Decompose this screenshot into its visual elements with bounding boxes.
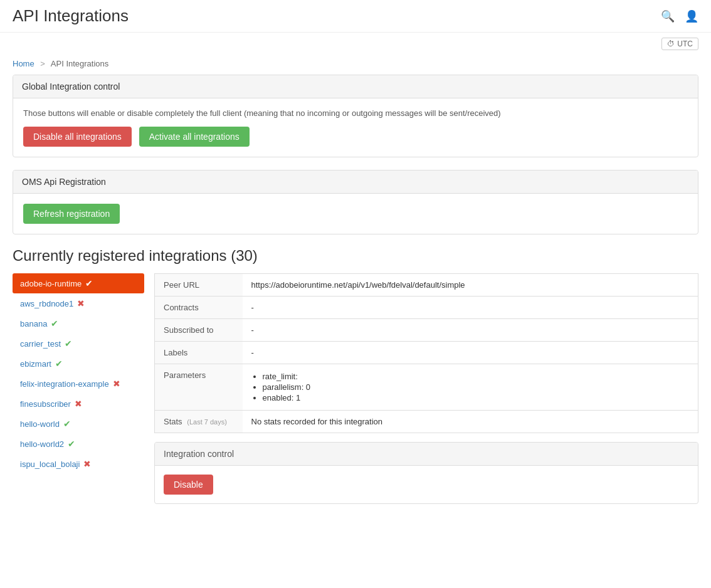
stats-label: Stats (Last 7 days) — [155, 411, 243, 433]
parameter-item: enabled: 1 — [263, 393, 690, 402]
utc-row: ⏱ UTC — [0, 33, 711, 50]
integrations-layout: adobe-io-runtime✔aws_rbdnode1✖banana✔car… — [13, 273, 698, 504]
check-icon: ✔ — [51, 318, 58, 328]
list-item[interactable]: aws_rbdnode1✖ — [13, 293, 144, 313]
check-icon: ✔ — [63, 419, 71, 429]
integration-name: felix-integration-example — [20, 379, 109, 389]
header-icons: 🔍 👤 — [661, 9, 698, 23]
check-icon: ✔ — [68, 439, 75, 449]
stats-sublabel: (Last 7 days) — [187, 418, 227, 426]
parameters-value: rate_limit:parallelism: 0enabled: 1 — [243, 364, 698, 411]
utc-label: UTC — [677, 39, 693, 48]
integrations-list: adobe-io-runtime✔aws_rbdnode1✖banana✔car… — [13, 273, 144, 504]
integration-name: hello-world — [20, 419, 60, 429]
page-title: API Integrations — [13, 6, 129, 26]
list-item[interactable]: felix-integration-example✖ — [13, 374, 144, 394]
parameter-item: rate_limit: — [263, 372, 690, 381]
integration-name: carrier_test — [20, 339, 61, 349]
list-item[interactable]: carrier_test✔ — [13, 333, 144, 354]
global-integration-header: Global Integration control — [13, 75, 698, 98]
integration-name: adobe-io-runtime — [20, 279, 82, 288]
labels-row: Labels - — [155, 342, 698, 364]
global-integration-body: Those buttons will enable or disable com… — [13, 98, 698, 157]
user-icon[interactable]: 👤 — [685, 9, 698, 23]
list-item[interactable]: ebizmart✔ — [13, 354, 144, 374]
x-icon: ✖ — [83, 459, 91, 469]
integration-name: aws_rbdnode1 — [20, 299, 73, 308]
parameters-label: Parameters — [155, 364, 243, 411]
subscribed-to-label: Subscribed to — [155, 319, 243, 342]
contracts-row: Contracts - — [155, 297, 698, 319]
stats-value: No stats recorded for this integration — [243, 411, 698, 433]
x-icon: ✖ — [113, 379, 120, 389]
breadcrumb-current: API Integrations — [51, 59, 109, 68]
integration-name: ebizmart — [20, 359, 51, 369]
list-item[interactable]: adobe-io-runtime✔ — [13, 273, 144, 293]
list-item[interactable]: finesubscriber✖ — [13, 394, 144, 414]
x-icon: ✖ — [77, 298, 85, 308]
clock-icon: ⏱ — [667, 39, 675, 48]
oms-registration-card: OMS Api Registration Refresh registratio… — [13, 170, 698, 234]
contracts-label: Contracts — [155, 297, 243, 319]
list-item[interactable]: banana✔ — [13, 313, 144, 333]
breadcrumb-home[interactable]: Home — [13, 59, 34, 68]
peer-url-label: Peer URL — [155, 274, 243, 297]
utc-badge: ⏱ UTC — [661, 38, 698, 50]
main-content: Global Integration control Those buttons… — [0, 75, 711, 517]
x-icon: ✖ — [75, 399, 82, 409]
integration-control-body: Disable — [155, 466, 698, 503]
registered-integrations-title: Currently registered integrations (30) — [13, 247, 698, 265]
parameter-item: parallelism: 0 — [263, 382, 690, 392]
check-icon: ✔ — [85, 278, 93, 288]
oms-registration-header: OMS Api Registration — [13, 171, 698, 194]
parameters-row: Parameters rate_limit:parallelism: 0enab… — [155, 364, 698, 411]
stats-row: Stats (Last 7 days) No stats recorded fo… — [155, 411, 698, 433]
detail-table: Peer URL https://adobeioruntime.net/api/… — [154, 273, 698, 433]
labels-value: - — [243, 342, 698, 364]
peer-url-row: Peer URL https://adobeioruntime.net/api/… — [155, 274, 698, 297]
subscribed-to-row: Subscribed to - — [155, 319, 698, 342]
subscribed-to-value: - — [243, 319, 698, 342]
refresh-registration-button[interactable]: Refresh registration — [23, 204, 120, 224]
oms-registration-body: Refresh registration — [13, 194, 698, 234]
integration-name: ispu_local_bolaji — [20, 459, 80, 469]
list-item[interactable]: ispu_local_bolaji✖ — [13, 454, 144, 474]
top-bar: API Integrations 🔍 👤 — [0, 0, 711, 33]
check-icon: ✔ — [65, 339, 72, 349]
list-item[interactable]: hello-world✔ — [13, 414, 144, 434]
integration-control-card: Integration control Disable — [154, 442, 698, 504]
check-icon: ✔ — [55, 359, 63, 369]
integration-name: finesubscriber — [20, 399, 71, 409]
global-integration-card: Global Integration control Those buttons… — [13, 75, 698, 157]
integration-name: banana — [20, 319, 47, 328]
peer-url-value: https://adobeioruntime.net/api/v1/web/fd… — [243, 274, 698, 297]
breadcrumb: Home > API Integrations — [0, 50, 711, 75]
disable-all-button[interactable]: Disable all integrations — [23, 127, 132, 147]
parameters-list: rate_limit:parallelism: 0enabled: 1 — [251, 372, 690, 402]
search-icon[interactable]: 🔍 — [661, 9, 675, 23]
global-integration-description: Those buttons will enable or disable com… — [23, 108, 688, 118]
integration-detail: Peer URL https://adobeioruntime.net/api/… — [154, 273, 698, 504]
breadcrumb-separator: > — [40, 59, 45, 68]
activate-all-button[interactable]: Activate all integrations — [139, 127, 250, 147]
list-item[interactable]: hello-world2✔ — [13, 434, 144, 454]
disable-integration-button[interactable]: Disable — [164, 475, 213, 495]
contracts-value: - — [243, 297, 698, 319]
labels-label: Labels — [155, 342, 243, 364]
integration-control-header: Integration control — [155, 443, 698, 466]
integration-name: hello-world2 — [20, 439, 64, 449]
